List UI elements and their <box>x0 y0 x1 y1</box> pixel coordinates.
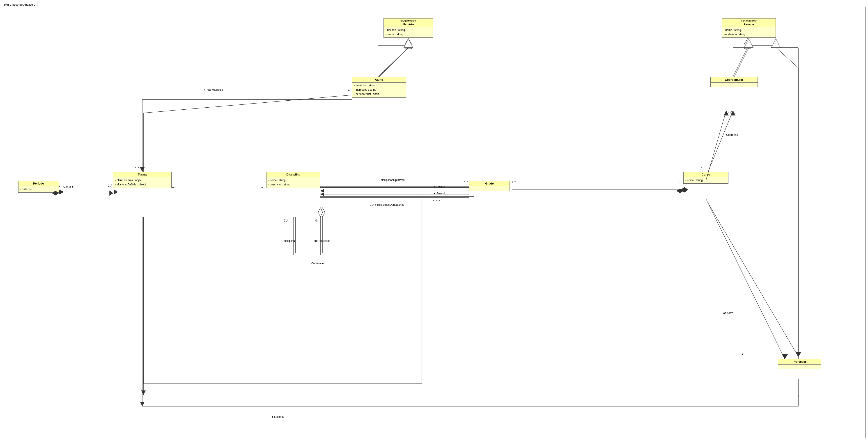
label-pre-requisitos: + preRequisitos <box>311 239 330 242</box>
class-grade-name: Grade <box>485 182 494 185</box>
attr-usuario-2: - senha : string <box>385 32 431 36</box>
mult-periodo-1: 1 <box>58 184 60 187</box>
class-coordenador-attrs <box>711 83 757 87</box>
attr-disciplina-2: - descricao : string <box>268 182 318 187</box>
class-aluno-attrs: - matricula : string - ingressou : strin… <box>352 83 406 98</box>
class-usuario-header: <<Abstract>> Usuário <box>384 19 433 27</box>
attr-curso-1: - nome : string <box>685 178 726 182</box>
mult-grade-left: 1..* <box>464 181 468 184</box>
label-disciplinas-obrigatorias: 1..* + disciplinasObrigatorias <box>370 203 404 206</box>
mult-coordenador-bottom: 1..* <box>728 110 732 114</box>
attr-disciplina-1: - nome : string <box>268 178 318 182</box>
label-disciplinas-optativas: - disciplinasOptativas <box>379 178 404 182</box>
label-faz-parte: Faz parte <box>722 312 733 315</box>
attr-turma-1: - plano de aula : object <box>115 178 169 182</box>
diagram-container: pkg Classe de Análise 0 <box>0 0 868 441</box>
class-professor-attrs <box>778 364 820 369</box>
class-professor: Professor <box>778 359 821 369</box>
class-grade-header: Grade <box>469 181 509 186</box>
class-pessoa-stereotype: <<Abstract>> <box>724 20 774 23</box>
class-curso-attrs: - nome : string <box>684 177 728 184</box>
mult-professor-1: 1 <box>742 352 743 355</box>
label-oferta: Oferta ► <box>63 185 74 188</box>
class-pessoa: <<Abstract>> Pessoa - nome : string - en… <box>722 18 776 38</box>
class-coordenador: Coordenador <box>710 77 758 87</box>
class-periodo-name: Período <box>33 182 44 185</box>
mult-curso-left: 1 <box>678 181 680 184</box>
attr-pessoa-1: - nome : string <box>724 28 774 32</box>
label-possui-1: ◄ Possui <box>433 185 444 188</box>
attr-aluno-1: - matricula : string <box>354 84 404 88</box>
label-curso-attr: - curso <box>433 199 441 202</box>
attr-turma-2: - alocacaoDeSala : object <box>115 182 169 187</box>
label-leciona: ◄ Leciona <box>271 415 284 418</box>
label-contem: Contém ► <box>311 262 324 265</box>
mult-turma-left: 1..* <box>108 184 112 187</box>
class-coordenador-header: Coordenador <box>711 77 757 83</box>
class-periodo: Período - data : int <box>18 181 59 193</box>
class-grade: Grade <box>469 181 510 191</box>
attr-usuario-1: - usuario : string <box>385 28 431 32</box>
mult-aluno-right: 1..* <box>347 88 351 91</box>
package-label: pkg Classe de Análise 0 <box>2 2 37 7</box>
class-pessoa-header: <<Abstract>> Pessoa <box>722 19 776 27</box>
class-disciplina-attrs: - nome : string - descricao : string <box>267 177 320 188</box>
class-professor-name: Professor <box>793 360 806 363</box>
class-pessoa-attrs: - nome : string - endereco : string <box>722 27 776 38</box>
package-border <box>2 7 866 438</box>
class-aluno-name: Aluno <box>375 78 383 82</box>
class-usuario-attrs: - usuario : string - senha : string <box>384 27 433 38</box>
class-aluno-header: Aluno <box>352 77 406 83</box>
class-disciplina-name: Disciplina <box>286 173 300 176</box>
mult-disciplina-self-2: 0..* <box>315 219 319 222</box>
mult-curso-coord: 1 <box>701 167 703 170</box>
class-aluno: Aluno - matricula : string - ingressou :… <box>352 77 406 98</box>
class-professor-header: Professor <box>778 359 820 364</box>
class-periodo-attrs: - data : int <box>19 186 59 193</box>
attr-aluno-2: - ingressou : string <box>354 88 404 92</box>
attr-aluno-3: - periodoAtual : short <box>354 92 404 96</box>
class-turma: Turma - plano de aula : object - alocaca… <box>113 172 172 188</box>
mult-disciplina-self-1: 0..* <box>284 219 288 222</box>
class-disciplina-header: Disciplina <box>267 172 320 177</box>
class-pessoa-name: Pessoa <box>744 23 754 26</box>
class-turma-header: Turma <box>113 172 172 177</box>
class-turma-attrs: - plano de aula : object - alocacaoDeSal… <box>113 177 172 188</box>
class-coordenador-name: Coordenador <box>725 78 743 82</box>
mult-aluno-turma-top: 1..* <box>135 167 139 170</box>
class-curso-name: Curso <box>702 173 710 176</box>
class-periodo-header: Período <box>19 181 59 186</box>
class-disciplina: Disciplina - nome : string - descricao :… <box>266 172 320 188</box>
class-turma-name: Turma <box>138 173 147 176</box>
class-curso: Curso - nome : string <box>683 172 728 184</box>
label-disciplina-attr: - disciplina <box>282 239 295 242</box>
label-possui-2: ◄ Possui <box>433 192 444 195</box>
mult-disciplina-left: 1 <box>261 185 263 188</box>
mult-turma-right: 0..* <box>172 185 176 188</box>
attr-periodo-1: - data : int <box>20 187 57 192</box>
attr-pessoa-2: - endereco : string <box>724 32 774 36</box>
class-usuario-name: Usuário <box>403 23 414 26</box>
class-usuario-stereotype: <<Abstract>> <box>385 20 431 23</box>
mult-grade-right: 1..* <box>512 181 516 184</box>
label-coordena: Coordena <box>726 133 738 137</box>
class-grade-attrs <box>469 186 509 191</box>
class-usuario: <<Abstract>> Usuário - usuario : string … <box>383 18 433 38</box>
class-curso-header: Curso <box>684 172 728 177</box>
label-faz-matricula: ◄ Faz Matrícula <box>203 88 223 91</box>
